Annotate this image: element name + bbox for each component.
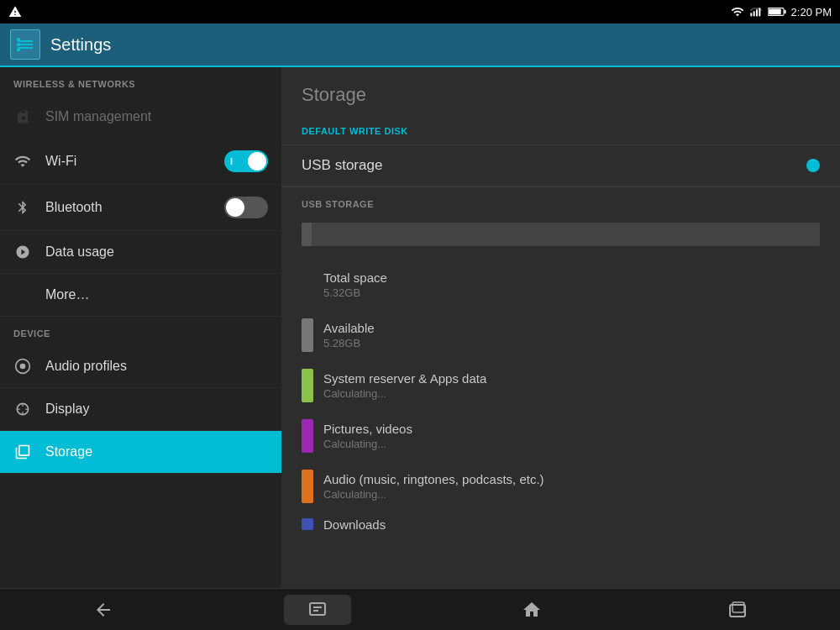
sidebar-item-display[interactable]: Display: [0, 388, 281, 431]
overview-button[interactable]: [712, 595, 763, 625]
bluetooth-icon: [13, 198, 32, 217]
svg-rect-17: [732, 602, 744, 612]
svg-point-11: [20, 364, 26, 370]
app-title: Settings: [50, 35, 111, 55]
sidebar-item-datausage[interactable]: Data usage: [0, 231, 281, 274]
sim-label: SIM management: [45, 109, 268, 124]
overview-icon: [727, 600, 748, 620]
display-label: Display: [45, 402, 268, 417]
system-sub: Calculating...: [323, 387, 820, 400]
storage-bar-fill: [302, 223, 312, 246]
usb-storage-section-label: USB STORAGE: [281, 186, 840, 216]
svg-rect-3: [759, 8, 760, 16]
storage-item-system: System reserver & Apps data Calculating.…: [281, 360, 840, 411]
total-color: [302, 268, 313, 302]
bluetooth-toggle[interactable]: O: [224, 197, 268, 218]
wifi-label: Wi-Fi: [45, 154, 211, 169]
svg-rect-8: [17, 43, 20, 46]
audio-label: Audio profiles: [45, 359, 268, 374]
sidebar-item-sim[interactable]: SIM management: [0, 96, 281, 139]
back-button[interactable]: [78, 595, 129, 625]
nav-bar: [0, 588, 840, 630]
svg-rect-15: [313, 610, 318, 612]
default-write-disk-label: DEFAULT WRITE DISK: [281, 119, 840, 145]
wifi-icon: [13, 152, 32, 171]
audio-title: Audio (music, ringtones, podcasts, etc.): [323, 472, 820, 486]
total-space-sub: 5.32GB: [323, 286, 820, 299]
svg-rect-9: [17, 48, 20, 51]
data-usage-icon: [13, 243, 32, 261]
more-icon: [13, 286, 32, 304]
pictures-color: [302, 419, 313, 453]
wifi-status-icon: [731, 5, 744, 18]
audio-icon: [13, 357, 32, 375]
wireless-networks-header: WIRELESS & NETWORKS: [0, 67, 281, 96]
status-bar: 2:20 PM: [0, 0, 840, 24]
system-color: [302, 369, 313, 402]
status-bar-left: [8, 5, 22, 18]
system-title: System reserver & Apps data: [323, 371, 820, 386]
usb-storage-title: USB storage: [302, 157, 796, 174]
sim-icon: [13, 108, 32, 126]
storage-item-total: Total space 5.32GB: [281, 260, 840, 310]
time-display: 2:20 PM: [791, 6, 832, 18]
storage-item-pictures: Pictures, videos Calculating...: [281, 411, 840, 461]
svg-rect-1: [753, 11, 754, 16]
available-color: [302, 318, 313, 352]
sidebar-item-audio[interactable]: Audio profiles: [0, 345, 281, 388]
sidebar: WIRELESS & NETWORKS SIM management Wi-Fi…: [0, 67, 281, 588]
pictures-sub: Calculating...: [323, 438, 820, 450]
settings-app-icon: [10, 29, 40, 60]
battery-icon: [768, 6, 786, 18]
wifi-toggle[interactable]: I: [224, 150, 268, 172]
content-title: Storage: [281, 67, 840, 119]
home-icon: [522, 600, 542, 620]
svg-rect-14: [313, 606, 322, 608]
sidebar-item-more[interactable]: More…: [0, 274, 281, 317]
status-bar-right: 2:20 PM: [731, 5, 832, 18]
device-header: DEVICE: [0, 317, 281, 345]
pictures-title: Pictures, videos: [323, 422, 820, 436]
sidebar-item-bluetooth[interactable]: Bluetooth O: [0, 185, 281, 231]
display-icon: [13, 400, 32, 418]
sidebar-item-wifi[interactable]: Wi-Fi I: [0, 139, 281, 185]
svg-rect-2: [756, 9, 758, 16]
signal-icon: [749, 5, 763, 18]
back-icon: [93, 600, 113, 620]
audio-sub: Calculating...: [323, 488, 820, 501]
home-button[interactable]: [507, 595, 557, 625]
recents-icon: [307, 600, 328, 620]
usb-storage-radio[interactable]: [806, 159, 820, 172]
storage-label: Storage: [45, 444, 268, 459]
more-label: More…: [45, 287, 268, 302]
total-space-title: Total space: [323, 270, 820, 285]
storage-item-audio: Audio (music, ringtones, podcasts, etc.)…: [281, 461, 840, 512]
available-sub: 5.28GB: [323, 337, 820, 349]
data-usage-label: Data usage: [45, 244, 268, 260]
sidebar-item-storage[interactable]: Storage: [0, 431, 281, 474]
bluetooth-label: Bluetooth: [45, 200, 211, 215]
svg-rect-13: [310, 603, 325, 615]
warning-icon: [8, 5, 22, 18]
content-area: Storage DEFAULT WRITE DISK USB storage U…: [281, 67, 840, 588]
svg-rect-0: [750, 13, 752, 16]
svg-rect-5: [784, 10, 785, 13]
svg-rect-7: [17, 38, 20, 41]
usb-storage-row[interactable]: USB storage: [281, 145, 840, 186]
recents-button[interactable]: [284, 595, 351, 625]
storage-icon: [13, 443, 32, 461]
svg-rect-6: [769, 9, 781, 15]
downloads-color: [302, 518, 313, 530]
storage-bar: [302, 223, 820, 246]
available-title: Available: [323, 321, 820, 335]
title-bar: Settings: [0, 24, 840, 67]
audio-color: [302, 470, 313, 503]
storage-item-available: Available 5.28GB: [281, 310, 840, 360]
storage-item-downloads: Downloads: [281, 512, 840, 537]
main-layout: WIRELESS & NETWORKS SIM management Wi-Fi…: [0, 67, 840, 588]
downloads-title: Downloads: [323, 517, 820, 532]
